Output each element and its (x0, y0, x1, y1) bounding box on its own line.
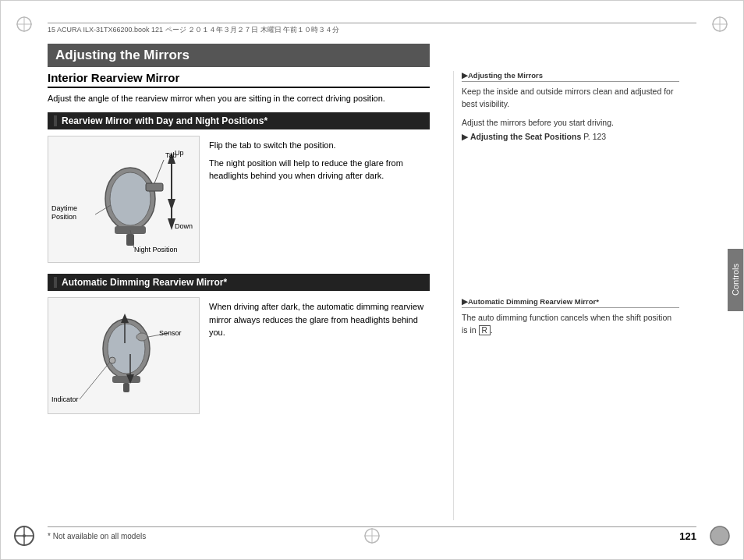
sidebar-right: ▶Adjusting the Mirrors Keep the inside a… (453, 71, 687, 520)
controls-tab: Controls (728, 249, 743, 311)
svg-text:Up: Up (175, 149, 184, 157)
corner-mark-bl (12, 524, 36, 548)
page-number: 121 (679, 530, 696, 542)
svg-text:Down: Down (175, 222, 193, 230)
corner-mark-tr (708, 12, 732, 36)
auto-dimming-mirror-diagram: Indicator Sensor (48, 297, 200, 414)
mirror-diagram-svg: Tab Up Down Daytime Position Night Posit… (48, 136, 200, 260)
section1-description: Flip the tab to switch the position. The… (209, 136, 430, 263)
sidebar-section1-link: ▶ Adjusting the Seat Positions P. 123 (462, 132, 679, 141)
corner-mark-tl (12, 12, 36, 36)
day-night-mirror-diagram: Tab Up Down Daytime Position Night Posit… (48, 136, 200, 263)
header-text: 15 ACURA ILX-31TX66200.book 121 ページ ２０１４… (48, 26, 339, 34)
auto-dim-diagram-svg: Indicator Sensor (48, 298, 200, 411)
svg-point-37 (109, 357, 115, 363)
main-content: Interior Rearview Mirror Adjust the angl… (48, 71, 430, 520)
sub-section1-header: Rearview Mirror with Day and Night Posit… (48, 112, 430, 129)
svg-text:Daytime: Daytime (51, 204, 77, 212)
header-strip: 15 ACURA ILX-31TX66200.book 121 ページ ２０１４… (48, 23, 696, 35)
svg-point-9 (23, 534, 26, 537)
svg-text:Sensor: Sensor (159, 329, 182, 337)
header-bar-icon2 (54, 277, 57, 288)
svg-text:Position: Position (51, 213, 76, 221)
corner-mark-br (708, 524, 732, 548)
svg-line-43 (80, 362, 110, 399)
section2-content-row: Indicator Sensor When driving after dark… (48, 297, 430, 414)
footer-note: * Not available on all models (48, 532, 146, 541)
sidebar-section1-text1: Keep the inside and outside mirrors clea… (462, 86, 679, 111)
page-container: 15 ACURA ILX-31TX66200.book 121 ページ ２０１４… (0, 0, 744, 560)
sidebar-section1-heading: ▶Adjusting the Mirrors (462, 71, 679, 82)
svg-point-34 (108, 324, 145, 374)
shift-r-indicator: R (479, 325, 491, 335)
page-title: Adjusting the Mirrors (55, 48, 190, 62)
svg-rect-18 (146, 183, 163, 191)
footer: * Not available on all models 121 (48, 526, 696, 542)
svg-line-19 (154, 160, 164, 183)
sidebar-section2-heading: ▶Automatic Dimming Rearview Mirror* (462, 297, 679, 308)
sidebar-section2-text: The auto dimming function cancels when t… (462, 312, 679, 337)
svg-rect-36 (123, 383, 129, 392)
section1-content-row: Tab Up Down Daytime Position Night Posit… (48, 136, 430, 263)
sidebar-section1: ▶Adjusting the Mirrors Keep the inside a… (462, 71, 679, 141)
page-title-bar: Adjusting the Mirrors (48, 44, 430, 67)
intro-text: Adjust the angle of the rearview mirror … (48, 93, 430, 105)
svg-text:Indicator: Indicator (51, 395, 79, 403)
svg-text:Night Position: Night Position (134, 246, 178, 253)
header-bar-icon (54, 115, 57, 126)
svg-point-38 (136, 333, 147, 341)
sidebar-section1-text2: Adjust the mirrors before you start driv… (462, 117, 679, 129)
svg-point-15 (110, 172, 151, 225)
sub-section2-header: Automatic Dimming Rearview Mirror* (48, 274, 430, 291)
section2-description: When driving after dark, the automatic d… (209, 297, 430, 414)
svg-point-10 (710, 526, 729, 545)
svg-rect-35 (112, 376, 140, 383)
sidebar-section2: ▶Automatic Dimming Rearview Mirror* The … (462, 297, 679, 337)
section-heading: Interior Rearview Mirror (48, 71, 430, 88)
svg-marker-40 (121, 314, 129, 323)
